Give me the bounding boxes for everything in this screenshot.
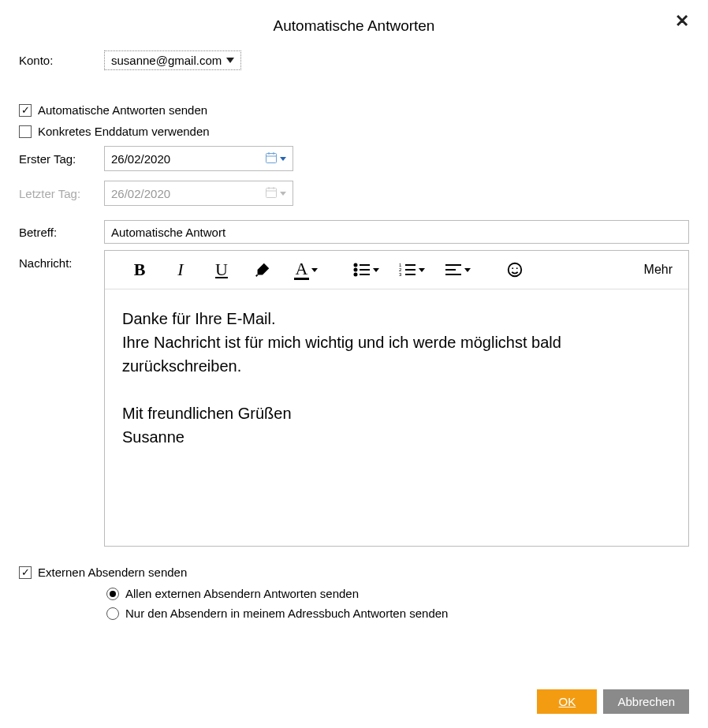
format-painter-button[interactable] — [242, 256, 283, 284]
subject-label: Betreff: — [19, 226, 104, 239]
chevron-down-icon — [226, 58, 234, 63]
use-enddate-label: Konkretes Enddatum verwenden — [38, 125, 210, 138]
svg-rect-4 — [266, 188, 277, 197]
more-label: Mehr — [644, 263, 673, 277]
account-dropdown[interactable]: susanne@gmail.com — [104, 50, 241, 70]
svg-text:3: 3 — [399, 272, 402, 277]
bullet-list-button[interactable] — [343, 256, 389, 284]
last-day-label: Letzter Tag: — [19, 187, 104, 200]
cancel-button[interactable]: Abbrechen — [603, 689, 689, 714]
calendar-icon — [265, 151, 278, 166]
svg-point-25 — [516, 267, 518, 269]
svg-rect-0 — [266, 153, 277, 162]
chevron-down-icon — [419, 268, 425, 272]
radio-book-label: Nur den Absendern in meinem Adressbuch A… — [125, 607, 448, 620]
auto-reply-dialog: ✕ Automatische Antworten Konto: susanne@… — [0, 0, 708, 728]
message-textarea[interactable]: Danke für Ihre E-Mail. Ihre Nachricht is… — [105, 289, 688, 546]
emoji-button[interactable] — [494, 256, 535, 284]
last-day-value: 26/02/2020 — [111, 187, 170, 200]
subject-input[interactable]: Automatische Antwort — [104, 220, 689, 244]
use-enddate-row: Konkretes Enddatum verwenden — [19, 125, 689, 138]
account-row: Konto: susanne@gmail.com — [19, 50, 689, 70]
italic-button[interactable]: I — [160, 256, 201, 284]
use-enddate-checkbox[interactable] — [19, 125, 32, 138]
radio-all-label: Allen externen Absendern Antworten sende… — [125, 587, 359, 600]
send-external-label: Externen Absendern senden — [38, 566, 187, 579]
send-auto-checkbox[interactable]: ✓ — [19, 104, 32, 117]
account-label: Konto: — [19, 54, 104, 67]
dialog-buttons: OK Abbrechen — [537, 689, 689, 714]
dialog-title: Automatische Antworten — [19, 17, 689, 35]
radio-addressbook-only[interactable] — [106, 607, 119, 620]
more-button[interactable]: Mehr — [644, 263, 680, 277]
first-day-value: 26/02/2020 — [111, 152, 170, 166]
last-day-row: Letzter Tag: 26/02/2020 — [19, 181, 689, 206]
font-color-button[interactable]: A — [283, 256, 329, 284]
chevron-down-icon — [280, 192, 286, 196]
radio-all-row: Allen externen Absendern Antworten sende… — [106, 587, 689, 600]
external-radio-group: Allen externen Absendern Antworten sende… — [106, 587, 689, 620]
send-external-checkbox[interactable]: ✓ — [19, 566, 32, 579]
chevron-down-icon — [464, 268, 471, 272]
send-external-row: ✓ Externen Absendern senden — [19, 566, 689, 579]
send-auto-row: ✓ Automatische Antworten senden — [19, 103, 689, 117]
message-row: Nachricht: B I U A 123 — [19, 250, 689, 547]
bold-button[interactable]: B — [119, 256, 160, 284]
last-day-input: 26/02/2020 — [104, 181, 293, 206]
send-auto-label: Automatische Antworten senden — [38, 103, 207, 117]
svg-point-23 — [509, 263, 522, 277]
editor-toolbar: B I U A 123 — [105, 251, 688, 289]
svg-point-10 — [354, 269, 356, 271]
message-label: Nachricht: — [19, 250, 104, 547]
chevron-down-icon — [373, 268, 379, 272]
svg-point-12 — [354, 274, 356, 276]
chevron-down-icon — [311, 268, 318, 272]
chevron-down-icon — [280, 157, 286, 161]
underline-button[interactable]: U — [201, 256, 242, 284]
calendar-icon — [265, 186, 278, 201]
subject-value: Automatische Antwort — [111, 226, 225, 239]
numbered-list-button[interactable]: 123 — [389, 256, 434, 284]
subject-row: Betreff: Automatische Antwort — [19, 220, 689, 244]
first-day-label: Erster Tag: — [19, 152, 104, 166]
first-day-row: Erster Tag: 26/02/2020 — [19, 146, 689, 171]
first-day-input[interactable]: 26/02/2020 — [104, 146, 293, 171]
radio-all-external[interactable] — [106, 588, 119, 600]
align-button[interactable] — [434, 256, 480, 284]
ok-button[interactable]: OK — [537, 689, 597, 714]
radio-book-row: Nur den Absendern in meinem Adressbuch A… — [106, 607, 689, 620]
message-editor: B I U A 123 — [104, 250, 689, 547]
account-value: susanne@gmail.com — [111, 54, 222, 67]
close-icon[interactable]: ✕ — [675, 13, 689, 30]
svg-point-24 — [512, 267, 513, 269]
svg-point-8 — [354, 264, 356, 267]
